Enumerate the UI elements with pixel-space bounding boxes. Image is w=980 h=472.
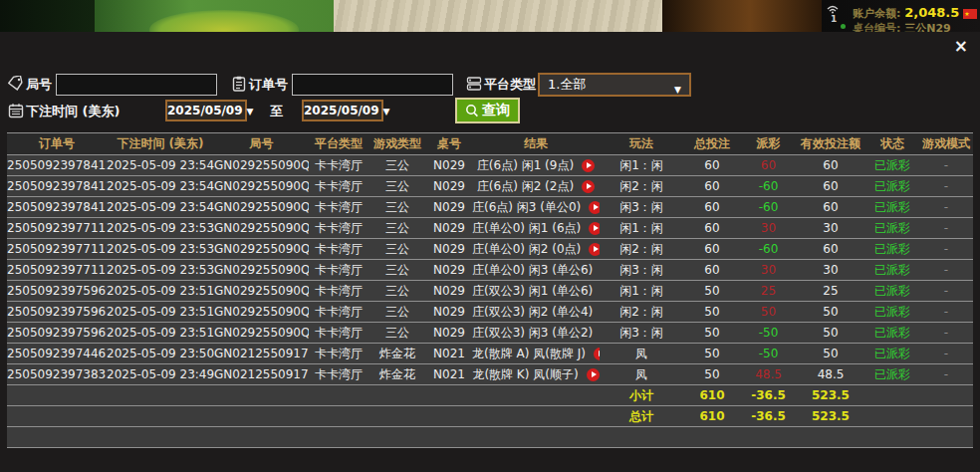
seat-number: 1 — [831, 14, 837, 24]
cell-round-id: GN0212550917L — [214, 364, 309, 385]
order-input[interactable] — [292, 74, 453, 96]
cell-mode: - — [919, 197, 973, 218]
cell-payout: 30 — [741, 260, 796, 281]
cell-status: 已派彩 — [865, 281, 919, 302]
column-header: 订单号 — [7, 133, 107, 155]
cell-platform: 卡卡湾厅 — [309, 344, 368, 364]
replay-play-icon[interactable] — [589, 222, 600, 235]
replay-play-icon[interactable] — [582, 159, 595, 172]
cell-bet-time: 2025-05-09 23:50:19 — [107, 344, 214, 364]
cell-platform: 卡卡湾厅 — [309, 155, 368, 176]
cell-round-id: GN029255090QU — [214, 260, 309, 281]
cell-play: 凤 — [600, 364, 683, 385]
replay-play-icon[interactable] — [589, 201, 600, 214]
cell-platform: 卡卡湾厅 — [309, 260, 368, 281]
cell-order-id: 250509239738359 — [7, 364, 107, 385]
table-header-row: 订单号下注时间 (美东)局号平台类型游戏类型桌号结果玩法总投注派彩有效投注额状态… — [7, 133, 973, 155]
column-header: 状态 — [865, 133, 919, 155]
cell-table-no: N029 — [426, 218, 472, 239]
date-to-picker[interactable]: 2025/05/09▼ — [302, 100, 383, 121]
cell-platform: 卡卡湾厅 — [309, 323, 368, 344]
cell-table-no: N029 — [426, 155, 472, 176]
replay-play-icon[interactable] — [582, 180, 595, 193]
cell-order-id: 250509239759689 — [7, 302, 107, 323]
cell-total-bet: 50 — [683, 323, 741, 344]
cell-status: 已派彩 — [865, 197, 919, 218]
platform-list-icon — [466, 76, 482, 92]
cell-bet-time: 2025-05-09 23:51:54 — [107, 323, 214, 344]
cell-payout: -60 — [741, 239, 796, 260]
cell-payout: -60 — [741, 197, 796, 218]
platform-select[interactable]: 1.全部 ▼ — [538, 73, 691, 97]
column-header: 结果 — [472, 133, 600, 155]
column-header: 平台类型 — [309, 133, 368, 155]
cell-bet-time: 2025-05-09 23:49:37 — [107, 364, 214, 385]
cell-total-bet: 60 — [683, 197, 741, 218]
round-filter-label: 局号 — [26, 74, 52, 96]
cell-play: 闲2：闲 — [600, 239, 683, 260]
order-filter-label: 订单号 — [249, 74, 288, 96]
bet-time-filter-label: 下注时间 (美东) — [26, 101, 120, 122]
replay-play-icon[interactable] — [587, 368, 600, 381]
cell-status: 已派彩 — [865, 239, 919, 260]
cell-bet-time: 2025-05-09 23:53:11 — [107, 239, 214, 260]
to-label: 至 — [270, 101, 283, 122]
cell-game-type: 炸金花 — [368, 344, 426, 364]
cell-status: 已派彩 — [865, 302, 919, 323]
summary-label: 总计 — [600, 406, 683, 427]
cell-order-id: 250509239784120 — [7, 176, 107, 197]
betting-history-screen: 1 账户余额: 2,048.5 ★ 桌台编号: 三公N29 × 局号 订单号 — [0, 0, 980, 472]
cell-bet-time: 2025-05-09 23:51:54 — [107, 302, 214, 323]
cell-result: 庄(双公3) 闲2 (单公4) — [472, 302, 600, 323]
cell-result: 庄(双公3) 闲3 (单公2) — [472, 323, 600, 344]
table-highlight — [149, 10, 299, 32]
cell-platform: 卡卡湾厅 — [309, 197, 368, 218]
cell-bet-time: 2025-05-09 23:54:37 — [107, 176, 214, 197]
result-text: 庄(单公0) 闲2 (0点) — [472, 241, 581, 258]
cell-payout: -60 — [741, 176, 796, 197]
column-header: 桌号 — [426, 133, 472, 155]
balance-label: 账户余额: — [853, 7, 900, 20]
replay-play-icon[interactable] — [594, 348, 600, 360]
cell-play: 闲1：闲 — [600, 155, 683, 176]
cell-table-no: N029 — [426, 197, 472, 218]
cell-total-bet: 60 — [683, 218, 741, 239]
scene-wall — [334, 0, 662, 32]
cell-bet-time: 2025-05-09 23:53:11 — [107, 260, 214, 281]
cell-round-id: GN029255090QT — [214, 281, 309, 302]
table-row: 2505092397446152025-05-09 23:50:19GN0212… — [7, 344, 973, 364]
cell-total-bet: 50 — [683, 302, 741, 323]
cell-platform: 卡卡湾厅 — [309, 364, 368, 385]
cell-game-type: 三公 — [368, 239, 426, 260]
clipboard-icon — [231, 76, 247, 92]
table-row: 2505092397596902025-05-09 23:51:54GN0292… — [7, 281, 973, 302]
summary-empty-cell — [7, 406, 600, 427]
cell-order-id: 250509239784121 — [7, 155, 107, 176]
cell-table-no: N029 — [426, 176, 472, 197]
cell-mode: - — [919, 260, 973, 281]
close-icon[interactable]: × — [954, 38, 968, 55]
table-body: 2505092397841212025-05-09 23:54:37GN0292… — [7, 155, 973, 448]
replay-play-icon[interactable] — [589, 243, 600, 256]
summary-empty-cell — [865, 406, 973, 427]
cell-bet-time: 2025-05-09 23:54:37 — [107, 197, 214, 218]
result-text: 庄(单公0) 闲1 (6点) — [472, 220, 581, 237]
cell-valid-bet: 25 — [796, 281, 865, 302]
cell-payout: 48.5 — [741, 364, 796, 385]
cell-play: 闲3：闲 — [600, 260, 683, 281]
balance-line: 账户余额: 2,048.5 ★ — [853, 5, 977, 21]
round-input[interactable] — [56, 74, 217, 96]
online-dot — [841, 24, 846, 29]
cell-game-type: 三公 — [368, 260, 426, 281]
cell-round-id: GN029255090QV — [214, 176, 309, 197]
cell-game-type: 三公 — [368, 155, 426, 176]
cell-valid-bet: 60 — [796, 239, 865, 260]
cell-play: 闲1：闲 — [600, 218, 683, 239]
cell-valid-bet: 60 — [796, 155, 865, 176]
date-from-picker[interactable]: 2025/05/09▼ — [165, 100, 247, 121]
result-text: 庄(单公0) 闲3 (单公6) — [472, 262, 593, 279]
column-header: 游戏类型 — [368, 133, 426, 155]
cell-round-id: GN029255090QT — [214, 323, 309, 344]
search-button[interactable]: 查询 — [455, 98, 520, 123]
cell-payout: -50 — [741, 323, 796, 344]
